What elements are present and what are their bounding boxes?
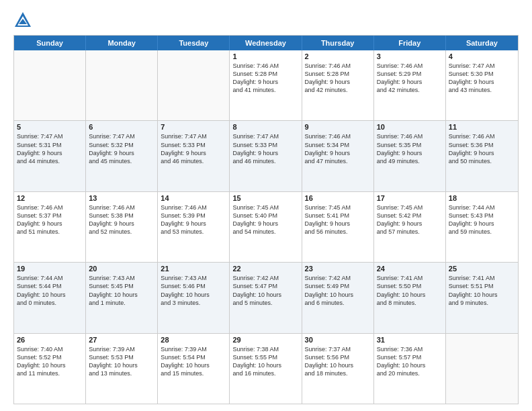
day-cell-28: 28Sunrise: 7:39 AM Sunset: 5:54 PM Dayli… — [158, 334, 230, 404]
day-cell-12: 12Sunrise: 7:46 AM Sunset: 5:37 PM Dayli… — [14, 192, 86, 262]
day-cell-24: 24Sunrise: 7:41 AM Sunset: 5:50 PM Dayli… — [374, 263, 446, 332]
cell-info: Sunrise: 7:46 AM Sunset: 5:35 PM Dayligh… — [377, 132, 443, 165]
cell-info: Sunrise: 7:38 AM Sunset: 5:55 PM Dayligh… — [232, 345, 298, 378]
cell-info: Sunrise: 7:45 AM Sunset: 5:40 PM Dayligh… — [232, 203, 298, 236]
logo — [13, 11, 35, 30]
calendar-row-2: 12Sunrise: 7:46 AM Sunset: 5:37 PM Dayli… — [14, 191, 518, 262]
day-cell-9: 9Sunrise: 7:46 AM Sunset: 5:34 PM Daylig… — [302, 121, 374, 191]
day-number: 14 — [161, 194, 226, 202]
day-number: 16 — [305, 194, 371, 202]
weekday-header-saturday: Saturday — [446, 36, 518, 50]
day-cell-20: 20Sunrise: 7:43 AM Sunset: 5:45 PM Dayli… — [86, 263, 158, 332]
cell-info: Sunrise: 7:44 AM Sunset: 5:43 PM Dayligh… — [449, 203, 515, 236]
header — [13, 11, 519, 30]
day-number: 23 — [305, 265, 371, 273]
cell-info: Sunrise: 7:39 AM Sunset: 5:54 PM Dayligh… — [161, 345, 226, 378]
cell-info: Sunrise: 7:45 AM Sunset: 5:41 PM Dayligh… — [305, 203, 371, 236]
day-cell-1: 1Sunrise: 7:46 AM Sunset: 5:28 PM Daylig… — [230, 50, 302, 120]
day-number: 13 — [89, 194, 154, 202]
day-cell-26: 26Sunrise: 7:40 AM Sunset: 5:52 PM Dayli… — [14, 334, 86, 404]
day-cell-4: 4Sunrise: 7:47 AM Sunset: 5:30 PM Daylig… — [446, 50, 518, 120]
day-number: 25 — [449, 265, 515, 273]
day-number: 9 — [305, 123, 371, 131]
day-number: 8 — [232, 123, 298, 131]
day-cell-19: 19Sunrise: 7:44 AM Sunset: 5:44 PM Dayli… — [14, 263, 86, 332]
day-number: 4 — [449, 52, 515, 60]
day-cell-11: 11Sunrise: 7:46 AM Sunset: 5:36 PM Dayli… — [446, 121, 518, 191]
cell-info: Sunrise: 7:46 AM Sunset: 5:28 PM Dayligh… — [305, 62, 371, 95]
day-cell-27: 27Sunrise: 7:39 AM Sunset: 5:53 PM Dayli… — [86, 334, 158, 404]
day-cell-8: 8Sunrise: 7:47 AM Sunset: 5:33 PM Daylig… — [230, 121, 302, 191]
day-cell-25: 25Sunrise: 7:41 AM Sunset: 5:51 PM Dayli… — [446, 263, 518, 332]
day-number: 12 — [17, 194, 83, 202]
calendar-body: 1Sunrise: 7:46 AM Sunset: 5:28 PM Daylig… — [14, 50, 518, 404]
calendar-row-1: 5Sunrise: 7:47 AM Sunset: 5:31 PM Daylig… — [14, 120, 518, 191]
day-cell-30: 30Sunrise: 7:37 AM Sunset: 5:56 PM Dayli… — [302, 334, 374, 404]
cell-info: Sunrise: 7:45 AM Sunset: 5:42 PM Dayligh… — [377, 203, 443, 236]
cell-info: Sunrise: 7:43 AM Sunset: 5:46 PM Dayligh… — [161, 274, 226, 307]
day-number: 31 — [377, 336, 443, 344]
empty-cell-0-1 — [86, 50, 158, 120]
day-number: 6 — [89, 123, 154, 131]
cell-info: Sunrise: 7:46 AM Sunset: 5:29 PM Dayligh… — [377, 62, 443, 95]
cell-info: Sunrise: 7:44 AM Sunset: 5:44 PM Dayligh… — [17, 274, 83, 307]
cell-info: Sunrise: 7:46 AM Sunset: 5:28 PM Dayligh… — [232, 62, 298, 95]
day-number: 11 — [449, 123, 515, 131]
day-number: 18 — [449, 194, 515, 202]
weekday-header-thursday: Thursday — [302, 36, 374, 50]
cell-info: Sunrise: 7:41 AM Sunset: 5:50 PM Dayligh… — [377, 274, 443, 307]
calendar-row-0: 1Sunrise: 7:46 AM Sunset: 5:28 PM Daylig… — [14, 50, 518, 120]
cell-info: Sunrise: 7:46 AM Sunset: 5:36 PM Dayligh… — [449, 132, 515, 165]
day-cell-7: 7Sunrise: 7:47 AM Sunset: 5:33 PM Daylig… — [158, 121, 230, 191]
day-number: 24 — [377, 265, 443, 273]
cell-info: Sunrise: 7:39 AM Sunset: 5:53 PM Dayligh… — [89, 345, 154, 378]
day-cell-16: 16Sunrise: 7:45 AM Sunset: 5:41 PM Dayli… — [302, 192, 374, 262]
day-number: 21 — [161, 265, 226, 273]
cell-info: Sunrise: 7:46 AM Sunset: 5:38 PM Dayligh… — [89, 203, 154, 236]
day-number: 22 — [232, 265, 298, 273]
day-cell-18: 18Sunrise: 7:44 AM Sunset: 5:43 PM Dayli… — [446, 192, 518, 262]
cell-info: Sunrise: 7:42 AM Sunset: 5:49 PM Dayligh… — [305, 274, 371, 307]
day-number: 28 — [161, 336, 226, 344]
calendar-header: SundayMondayTuesdayWednesdayThursdayFrid… — [14, 36, 518, 50]
day-number: 20 — [89, 265, 154, 273]
day-number: 5 — [17, 123, 83, 131]
day-cell-6: 6Sunrise: 7:47 AM Sunset: 5:32 PM Daylig… — [86, 121, 158, 191]
day-cell-5: 5Sunrise: 7:47 AM Sunset: 5:31 PM Daylig… — [14, 121, 86, 191]
day-number: 1 — [232, 52, 298, 60]
day-cell-22: 22Sunrise: 7:42 AM Sunset: 5:47 PM Dayli… — [230, 263, 302, 332]
day-cell-15: 15Sunrise: 7:45 AM Sunset: 5:40 PM Dayli… — [230, 192, 302, 262]
weekday-header-tuesday: Tuesday — [158, 36, 230, 50]
empty-cell-0-0 — [14, 50, 86, 120]
day-cell-31: 31Sunrise: 7:36 AM Sunset: 5:57 PM Dayli… — [374, 334, 446, 404]
day-cell-29: 29Sunrise: 7:38 AM Sunset: 5:55 PM Dayli… — [230, 334, 302, 404]
cell-info: Sunrise: 7:43 AM Sunset: 5:45 PM Dayligh… — [89, 274, 154, 307]
cell-info: Sunrise: 7:46 AM Sunset: 5:37 PM Dayligh… — [17, 203, 83, 236]
cell-info: Sunrise: 7:40 AM Sunset: 5:52 PM Dayligh… — [17, 345, 83, 378]
cell-info: Sunrise: 7:42 AM Sunset: 5:47 PM Dayligh… — [232, 274, 298, 307]
day-cell-23: 23Sunrise: 7:42 AM Sunset: 5:49 PM Dayli… — [302, 263, 374, 332]
cell-info: Sunrise: 7:47 AM Sunset: 5:32 PM Dayligh… — [89, 132, 154, 165]
day-number: 30 — [305, 336, 371, 344]
cell-info: Sunrise: 7:46 AM Sunset: 5:39 PM Dayligh… — [161, 203, 226, 236]
day-number: 17 — [377, 194, 443, 202]
weekday-header-sunday: Sunday — [14, 36, 86, 50]
day-cell-3: 3Sunrise: 7:46 AM Sunset: 5:29 PM Daylig… — [374, 50, 446, 120]
weekday-header-friday: Friday — [374, 36, 446, 50]
cell-info: Sunrise: 7:47 AM Sunset: 5:31 PM Dayligh… — [17, 132, 83, 165]
weekday-header-monday: Monday — [86, 36, 158, 50]
page: SundayMondayTuesdayWednesdayThursdayFrid… — [0, 0, 532, 411]
cell-info: Sunrise: 7:37 AM Sunset: 5:56 PM Dayligh… — [305, 345, 371, 378]
day-cell-10: 10Sunrise: 7:46 AM Sunset: 5:35 PM Dayli… — [374, 121, 446, 191]
calendar: SundayMondayTuesdayWednesdayThursdayFrid… — [13, 35, 519, 404]
day-number: 7 — [161, 123, 226, 131]
day-cell-13: 13Sunrise: 7:46 AM Sunset: 5:38 PM Dayli… — [86, 192, 158, 262]
day-number: 2 — [305, 52, 371, 60]
day-number: 3 — [377, 52, 443, 60]
weekday-header-wednesday: Wednesday — [230, 36, 302, 50]
day-cell-21: 21Sunrise: 7:43 AM Sunset: 5:46 PM Dayli… — [158, 263, 230, 332]
cell-info: Sunrise: 7:36 AM Sunset: 5:57 PM Dayligh… — [377, 345, 443, 378]
logo-icon — [13, 11, 32, 30]
day-number: 26 — [17, 336, 83, 344]
cell-info: Sunrise: 7:46 AM Sunset: 5:34 PM Dayligh… — [305, 132, 371, 165]
